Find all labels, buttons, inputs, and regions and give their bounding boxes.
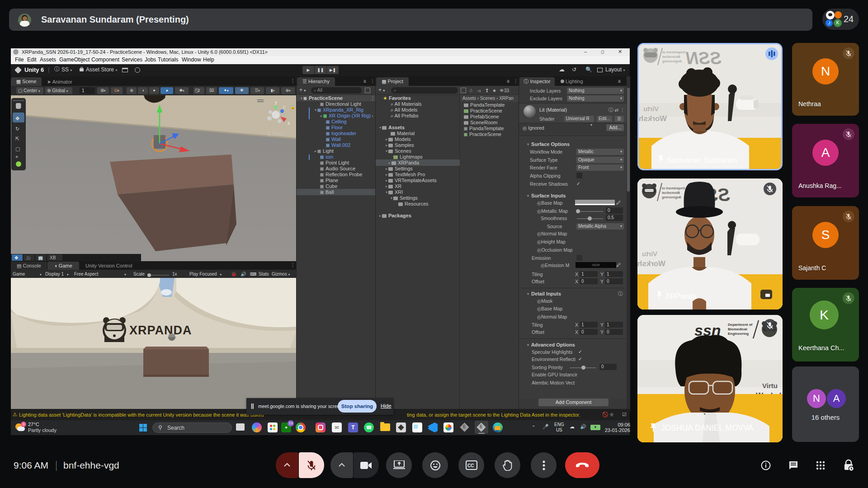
- svg-text:❮ Persp: ❮ Persp: [267, 131, 285, 136]
- svg-text:✥: ✥: [14, 255, 18, 260]
- svg-text:Virtu: Virtu: [762, 382, 778, 389]
- svg-text:JOSHUA DANIEL MOVVA: JOSHUA DANIEL MOVVA: [661, 423, 754, 432]
- svg-text:to tnemtrapeG: to tnemtrapeG: [662, 186, 685, 190]
- svg-text:SSN: SSN: [685, 49, 722, 68]
- svg-text:XB: XB: [50, 255, 56, 260]
- svg-text:y: y: [275, 100, 277, 105]
- svg-text:XRPanda: XRPanda: [665, 292, 697, 300]
- svg-text:🏢: 🏢: [38, 255, 43, 261]
- svg-text:⌖: ⌖: [15, 154, 18, 160]
- svg-text:z: z: [283, 105, 285, 109]
- svg-text:↻: ↻: [15, 126, 19, 131]
- svg-text:🔒: 🔒: [290, 104, 296, 110]
- svg-text:ssn: ssn: [694, 322, 721, 339]
- svg-text:Biomedical: Biomedical: [728, 327, 747, 331]
- svg-text:lacibemoiB: lacibemoiB: [662, 55, 681, 59]
- svg-text:Worksho: Worksho: [637, 259, 665, 268]
- svg-text:SSN: SSN: [693, 185, 730, 205]
- svg-text:Saravanan Sundaram: Saravanan Sundaram: [667, 156, 737, 164]
- svg-text:CC: CC: [467, 463, 474, 468]
- svg-text:🎥: 🎥: [26, 255, 31, 261]
- svg-text:XRPANDA: XRPANDA: [129, 324, 192, 337]
- svg-text:Virtu: Virtu: [642, 250, 657, 258]
- svg-text:lacibemoiB: lacibemoiB: [662, 191, 680, 195]
- svg-text:Worksho: Worksho: [756, 391, 783, 400]
- svg-text:gnireenignE: gnireenignE: [662, 195, 681, 199]
- svg-text:Virtu: Virtu: [643, 105, 659, 113]
- svg-text:gnireenignE: gnireenignE: [662, 59, 682, 63]
- svg-text:Department of: Department of: [728, 323, 753, 327]
- svg-text:Engineering: Engineering: [728, 332, 749, 336]
- svg-text:x: x: [288, 121, 290, 126]
- svg-text:⇱: ⇱: [15, 136, 19, 141]
- svg-text:▢: ▢: [15, 146, 20, 151]
- svg-text:to tnemtrapeG: to tnemtrapeG: [662, 50, 685, 54]
- svg-text:Worksho: Worksho: [639, 114, 667, 123]
- svg-text:✥: ✥: [15, 116, 19, 121]
